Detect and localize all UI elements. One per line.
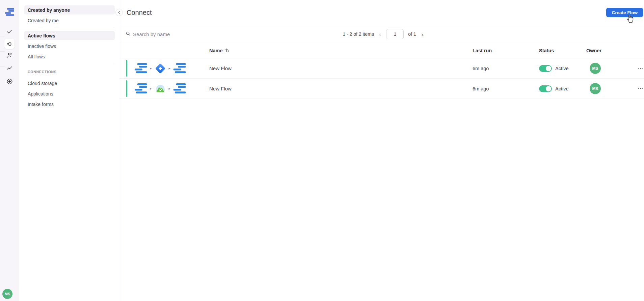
plus-circle-icon (6, 78, 13, 85)
ellipsis-icon (638, 65, 643, 71)
people-icon (6, 52, 13, 59)
page-title: Connect (127, 9, 152, 17)
filters-sidebar: Created by anyone Created by me Active f… (19, 0, 119, 301)
table-toolbar: 1 - 2 of 2 items ‹ of 1 › (119, 25, 644, 43)
chevron-right-icon: ▸ (169, 87, 171, 90)
create-flow-button[interactable]: Create Flow (606, 8, 643, 17)
flatfile-logo-icon[interactable] (5, 7, 14, 17)
pagination-next-button[interactable]: › (421, 31, 424, 37)
pagination-of-label: of 1 (408, 31, 416, 37)
sidebar-item-active-flows[interactable]: Active flows (24, 31, 115, 40)
check-icon (6, 28, 13, 35)
icon-rail: MS (0, 0, 19, 301)
sidebar-item-created-by-me[interactable]: Created by me (24, 16, 115, 25)
rail-divider (0, 51, 5, 52)
tasks-nav-item[interactable] (4, 26, 15, 36)
table-header-row: Name Last run Status Owner (119, 43, 644, 58)
row-overflow-menu-button[interactable] (636, 64, 644, 73)
flow-status-cell: Active (539, 65, 586, 72)
column-header-owner[interactable]: Owner (586, 48, 623, 53)
plug-icon (6, 40, 13, 48)
column-header-status[interactable]: Status (539, 48, 586, 53)
sort-ascending-icon[interactable] (225, 48, 230, 54)
sidebar-item-applications[interactable]: Applications (24, 89, 115, 98)
activity-nav-item[interactable] (4, 63, 15, 73)
sidebar-item-all-flows[interactable]: All flows (24, 52, 115, 61)
flow-last-run: 6m ago (473, 66, 539, 71)
toggle-knob (546, 86, 551, 91)
flatfile-icon (173, 63, 186, 74)
status-label: Active (555, 66, 569, 71)
add-nav-item[interactable] (4, 76, 15, 86)
page-header: Connect Create Flow (119, 0, 644, 25)
pagination-summary: 1 - 2 of 2 items (343, 31, 374, 37)
connect-nav-item[interactable] (4, 39, 15, 49)
flatfile-icon (134, 63, 147, 74)
status-toggle[interactable] (539, 65, 552, 72)
flatfile-icon (173, 83, 186, 94)
flow-name[interactable]: New Flow (209, 86, 473, 91)
sidebar-item-inactive-flows[interactable]: Inactive flows (24, 42, 115, 51)
search-icon (126, 31, 131, 37)
basecamp-icon (155, 83, 166, 94)
pagination: 1 - 2 of 2 items ‹ of 1 › (343, 29, 424, 39)
rail-divider (0, 36, 5, 36)
status-toggle[interactable] (539, 85, 552, 92)
flow-name[interactable]: New Flow (209, 65, 473, 71)
column-header-name[interactable]: Name (209, 48, 473, 54)
ellipsis-icon (638, 86, 643, 91)
chevron-left-icon (117, 10, 121, 15)
rail-nav (0, 17, 19, 86)
sidebar-item-intake-forms[interactable]: Intake forms (24, 100, 115, 109)
user-avatar[interactable]: MS (2, 289, 12, 299)
app-window: MS Created by anyone Created by me Activ… (0, 0, 644, 301)
column-header-name-label: Name (209, 48, 223, 53)
chevron-right-icon: ▸ (169, 66, 171, 70)
chevron-right-icon: ▸ (150, 87, 152, 90)
main-content: Connect Create Flow 1 - 2 of 2 items ‹ o… (119, 0, 644, 301)
page-number-input[interactable] (386, 29, 404, 39)
users-nav-item[interactable] (4, 50, 15, 60)
table-row[interactable]: ▸ ▸ New Flow 6m ago Active MS (119, 79, 644, 99)
flow-path-cell: ▸ ▸ (119, 63, 209, 74)
table-row[interactable]: ▸ ▸ New Flow 6m ago Active (119, 58, 644, 79)
chevron-right-icon: ▸ (150, 66, 152, 70)
sidebar-collapse-button[interactable] (115, 9, 123, 16)
sidebar-item-cloud-storage[interactable]: Cloud storage (24, 79, 115, 88)
flow-owner-cell: MS (586, 83, 623, 94)
sidebar-divider (19, 64, 115, 64)
owner-avatar[interactable]: MS (590, 63, 601, 74)
flatfile-icon (134, 83, 147, 94)
jira-icon (155, 63, 166, 74)
flow-path-cell: ▸ ▸ (119, 83, 209, 94)
status-label: Active (555, 86, 569, 91)
sidebar-item-created-by-anyone[interactable]: Created by anyone (24, 5, 115, 15)
column-header-last-run[interactable]: Last run (473, 48, 539, 53)
flow-last-run: 6m ago (473, 86, 539, 91)
connections-section-label: CONNECTIONS (24, 67, 115, 79)
pagination-prev-button[interactable]: ‹ (378, 31, 382, 37)
search-input[interactable] (133, 31, 275, 37)
sidebar-divider (19, 28, 115, 28)
line-chart-icon (6, 65, 13, 72)
flow-owner-cell: MS (586, 63, 623, 74)
owner-avatar[interactable]: MS (590, 83, 601, 94)
flow-status-cell: Active (539, 85, 586, 92)
active-accent-bar (126, 60, 127, 77)
rail-divider (0, 66, 5, 66)
active-accent-bar (126, 80, 127, 97)
row-overflow-menu-button[interactable] (636, 84, 644, 93)
toggle-knob (546, 66, 551, 71)
